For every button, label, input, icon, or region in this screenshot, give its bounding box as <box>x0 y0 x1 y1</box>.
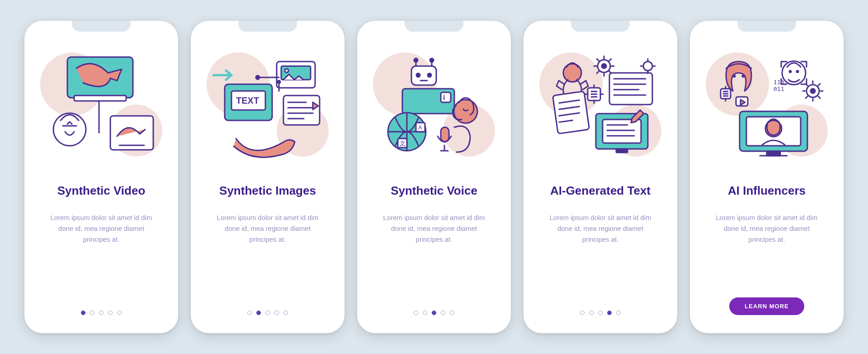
svg-point-9 <box>285 69 288 72</box>
svg-rect-10 <box>283 96 320 125</box>
illustration-ai-influencers: 110 011 <box>708 48 826 166</box>
svg-rect-13 <box>411 66 436 85</box>
pagination-dots <box>414 311 454 315</box>
illustration-ai-generated-text <box>542 48 659 166</box>
phone-notch <box>571 21 630 32</box>
page-dot[interactable] <box>589 311 594 315</box>
ai-generated-text-icon <box>542 48 659 166</box>
card-body: Lorem ipsum dolor sit amet id dim done i… <box>710 212 823 245</box>
page-dot[interactable] <box>99 311 104 315</box>
phone-notch <box>737 21 796 32</box>
svg-text:110: 110 <box>774 79 784 86</box>
svg-point-14 <box>416 73 420 77</box>
svg-point-44 <box>797 71 798 72</box>
page-dot[interactable] <box>414 311 418 315</box>
card-body: Lorem ipsum dolor sit amet id dim done i… <box>377 212 491 245</box>
phone-notch <box>238 21 297 32</box>
page-dot[interactable] <box>247 311 252 315</box>
svg-rect-34 <box>616 149 627 153</box>
card-title: Synthetic Voice <box>391 184 477 198</box>
onboarding-card: AI-Generated Text Lorem ipsum dolor sit … <box>524 21 677 333</box>
pagination-dots <box>247 311 288 315</box>
page-dot[interactable] <box>598 311 603 315</box>
svg-text:A: A <box>418 124 422 131</box>
onboarding-card: i A 文 Synthetic Voice Lorem ipsum dolor … <box>357 21 511 333</box>
pagination-dots <box>580 311 621 315</box>
page-dot[interactable] <box>265 311 270 315</box>
synthetic-images-icon: TEXT <box>209 48 326 166</box>
svg-text:i: i <box>443 94 445 101</box>
phone-notch <box>405 21 463 32</box>
page-dot[interactable] <box>283 311 288 315</box>
pagination-dots <box>81 311 122 315</box>
page-dot[interactable] <box>580 311 585 315</box>
synthetic-video-icon <box>42 48 160 166</box>
card-body: Lorem ipsum dolor sit amet id dim done i… <box>211 212 324 245</box>
onboarding-card: 110 011 AI Influencers Lorem ipsum dolor… <box>690 21 844 333</box>
page-dot[interactable] <box>274 311 279 315</box>
ai-influencers-icon: 110 011 <box>708 48 826 166</box>
card-title: AI Influencers <box>728 184 806 198</box>
page-dot[interactable] <box>441 311 445 315</box>
page-dot[interactable] <box>117 311 122 315</box>
svg-point-15 <box>428 73 431 77</box>
page-dot[interactable] <box>90 311 94 315</box>
svg-point-46 <box>811 89 815 93</box>
card-title: Synthetic Images <box>219 184 316 198</box>
page-dot[interactable] <box>607 311 612 315</box>
svg-rect-19 <box>441 92 451 102</box>
card-title: Synthetic Video <box>57 184 146 198</box>
svg-rect-1 <box>74 96 126 101</box>
phone-notch <box>72 21 131 32</box>
svg-point-16 <box>414 58 418 62</box>
card-body: Lorem ipsum dolor sit amet id dim done i… <box>544 212 657 245</box>
page-dot[interactable] <box>108 311 113 315</box>
onboarding-card: Synthetic Video Lorem ipsum dolor sit am… <box>24 21 178 333</box>
svg-point-2 <box>53 113 86 146</box>
svg-point-43 <box>789 71 791 72</box>
page-dot[interactable] <box>256 311 261 315</box>
svg-point-37 <box>643 62 652 71</box>
svg-point-17 <box>430 58 434 62</box>
illustration-synthetic-voice: i A 文 <box>375 48 493 166</box>
synthetic-voice-icon: i A 文 <box>375 48 493 166</box>
svg-rect-31 <box>552 91 589 134</box>
card-title: AI-Generated Text <box>550 184 651 198</box>
learn-more-button[interactable]: LEARN MORE <box>729 297 804 315</box>
svg-text:TEXT: TEXT <box>236 96 259 105</box>
svg-point-42 <box>782 61 806 85</box>
page-dot[interactable] <box>423 311 427 315</box>
svg-point-36 <box>602 64 606 68</box>
svg-text:文: 文 <box>400 140 406 147</box>
svg-rect-30 <box>609 73 652 105</box>
svg-point-38 <box>733 75 735 77</box>
svg-rect-33 <box>603 120 641 143</box>
page-dot[interactable] <box>432 311 436 315</box>
svg-text:011: 011 <box>774 86 784 92</box>
card-body: Lorem ipsum dolor sit amet id dim done i… <box>45 212 158 245</box>
page-dot[interactable] <box>616 311 621 315</box>
svg-point-39 <box>742 75 744 77</box>
onboarding-card: TEXT Synthetic Images Lorem ipsum dolor <box>191 21 344 333</box>
illustration-synthetic-video <box>42 48 160 166</box>
illustration-synthetic-images: TEXT <box>209 48 326 166</box>
page-dot[interactable] <box>450 311 454 315</box>
onboarding-cards-row: Synthetic Video Lorem ipsum dolor sit am… <box>24 21 844 333</box>
page-dot[interactable] <box>81 311 85 315</box>
svg-rect-27 <box>441 127 449 142</box>
